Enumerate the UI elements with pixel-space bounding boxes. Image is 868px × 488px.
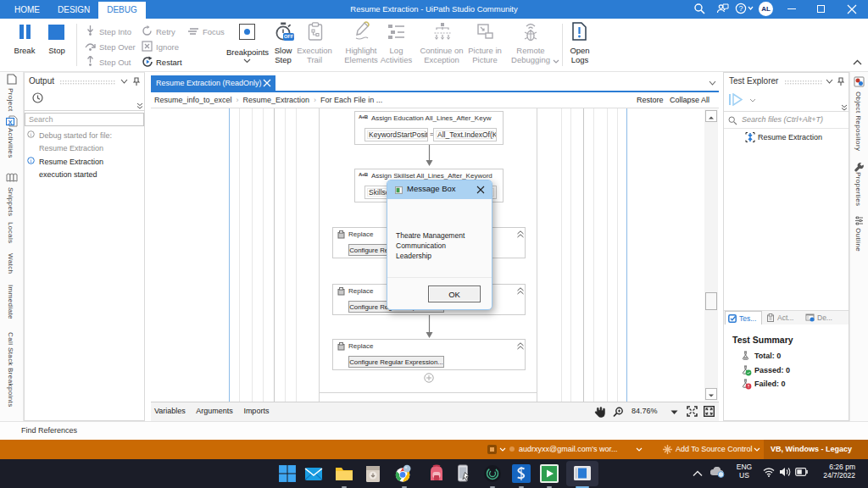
svg-text:X: X [8,119,12,126]
svg-text:i: i [31,131,32,137]
svg-text:?: ? [738,4,743,13]
svg-text:i: i [31,158,32,164]
